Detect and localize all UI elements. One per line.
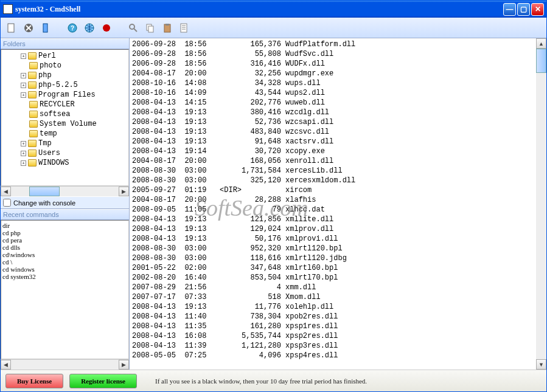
recent-command-item[interactable]: cd windows	[2, 266, 127, 273]
maximize-button[interactable]: ▢	[517, 3, 530, 16]
stop-icon[interactable]	[21, 21, 36, 35]
file-row: 2008-08-30 03:00 118,616 xmlrtl120.jdbg	[132, 253, 534, 263]
tree-item-label: Users	[38, 149, 60, 157]
tree-item-label: Program Files	[38, 91, 96, 99]
scroll-up-icon[interactable]: ▲	[536, 38, 546, 49]
edit-icon[interactable]	[177, 21, 192, 35]
help-icon[interactable]: ?	[65, 21, 80, 35]
tree-item[interactable]: +Program Files	[2, 90, 127, 100]
recent-command-item[interactable]: cd php	[2, 229, 127, 236]
expand-icon[interactable]: +	[21, 151, 26, 156]
tree-item-label: php-5.2.5	[38, 81, 78, 89]
close-button[interactable]: ✕	[531, 3, 544, 16]
cmds-hscroll[interactable]: ◀ ▶	[1, 359, 129, 370]
tree-item-label: php	[38, 71, 52, 80]
folder-icon	[28, 52, 37, 60]
tree-item[interactable]: +WINDOWS	[2, 158, 127, 168]
tree-item[interactable]: temp	[2, 129, 127, 139]
tree-item-label: Tmp	[38, 139, 52, 148]
statusbar: Buy License Register license If all you …	[1, 370, 546, 391]
app-icon	[3, 4, 13, 14]
tree-item[interactable]: photo	[2, 61, 127, 70]
console-vscroll[interactable]: ▲ ▼	[536, 38, 546, 370]
copy-icon[interactable]	[143, 21, 158, 35]
content-area: Folders +Perlphoto+php+php-5.2.5+Program…	[1, 38, 546, 370]
tree-item[interactable]: System Volume	[2, 119, 127, 129]
recent-command-item[interactable]: cd \	[2, 258, 127, 266]
svg-rect-14	[165, 24, 169, 26]
hscroll-thumb[interactable]	[29, 187, 60, 196]
folder-tree[interactable]: +Perlphoto+php+php-5.2.5+Program FilesRE…	[1, 49, 129, 186]
file-row: 2008-10-16 14:09 43,544 wups2.dll	[132, 88, 534, 98]
folder-icon	[29, 120, 38, 128]
status-text: If all you see is a black window, then y…	[155, 377, 367, 385]
expand-icon[interactable]: +	[21, 83, 26, 88]
recent-command-item[interactable]: cd dlls	[2, 244, 127, 251]
change-with-console-checkbox[interactable]	[3, 199, 11, 207]
seal-icon[interactable]	[99, 21, 114, 35]
file-row: 2008-04-13 19:13 50,176 xmlprovi.dll	[132, 234, 534, 244]
tree-item[interactable]: +Perl	[2, 51, 127, 61]
minimize-button[interactable]: —	[503, 3, 516, 16]
find-icon[interactable]	[126, 21, 141, 35]
file-row: 2005-09-27 01:19 <DIR> xircom	[132, 185, 534, 195]
expand-icon[interactable]: +	[21, 73, 26, 78]
file-row: 2008-04-13 19:13 129,024 xmlprov.dll	[132, 224, 534, 234]
tree-item[interactable]: RECYCLER	[2, 100, 127, 109]
file-row: 2008-09-05 11:05 79 xlhcc.dat	[132, 205, 534, 215]
file-row: 2008-04-13 19:13 52,736 wzcsapi.dll	[132, 117, 534, 127]
scroll-right-icon[interactable]: ▶	[119, 360, 129, 370]
svg-point-8	[103, 24, 110, 32]
window-title: system32 - CmdShell	[15, 5, 503, 14]
file-row: 2001-05-22 02:00 347,648 xmlrtl60.bpl	[132, 263, 534, 273]
scroll-left-icon[interactable]: ◀	[1, 187, 11, 196]
recent-command-item[interactable]: cd system32	[2, 273, 127, 280]
recent-commands-list[interactable]: dircd phpcd peracd dllscd\windowscd \cd …	[1, 220, 129, 359]
svg-rect-15	[181, 24, 187, 32]
folder-icon	[29, 130, 38, 137]
new-icon[interactable]	[4, 21, 19, 35]
globe-icon[interactable]	[82, 21, 97, 35]
recent-command-item[interactable]: cd pera	[2, 236, 127, 244]
tree-item[interactable]: +php	[2, 70, 127, 80]
register-license-button[interactable]: Register license	[69, 374, 137, 388]
expand-icon[interactable]: +	[21, 141, 26, 146]
bookmark-icon[interactable]	[38, 21, 53, 35]
change-with-console-label: Change with console	[13, 199, 75, 207]
expand-icon[interactable]: +	[21, 160, 26, 166]
buy-license-button[interactable]: Buy License	[5, 374, 63, 388]
sidebar: Folders +Perlphoto+php+php-5.2.5+Program…	[1, 38, 130, 370]
file-row: 2006-09-28 18:56 55,808 WudfSvc.dll	[132, 49, 534, 59]
file-row: 2006-09-28 18:56 165,376 WudfPlatform.dl…	[132, 40, 534, 49]
svg-line-10	[134, 29, 137, 32]
scroll-right-icon[interactable]: ▶	[119, 187, 129, 196]
tree-item-label: softsea	[40, 110, 70, 119]
svg-rect-0	[8, 24, 14, 32]
scroll-left-icon[interactable]: ◀	[1, 360, 11, 370]
file-row: 2008-04-13 19:13 380,416 wzcdlg.dll	[132, 108, 534, 117]
file-row: 2006-09-28 18:56 316,416 WUDFx.dll	[132, 59, 534, 69]
file-row: 2008-04-13 11:40 738,304 xpob2res.dll	[132, 312, 534, 322]
titlebar[interactable]: system32 - CmdShell — ▢ ✕	[1, 1, 546, 18]
tree-item[interactable]: +Tmp	[2, 139, 127, 148]
paste-icon[interactable]	[160, 21, 175, 35]
folders-panel: Folders +Perlphoto+php+php-5.2.5+Program…	[1, 38, 129, 196]
recent-command-item[interactable]: cd\windows	[2, 251, 127, 258]
change-with-console-row[interactable]: Change with console	[1, 196, 129, 209]
tree-hscroll[interactable]: ◀ ▶	[1, 186, 129, 196]
recent-command-item[interactable]: dir	[2, 222, 127, 229]
vscroll-thumb[interactable]	[536, 49, 546, 73]
expand-icon[interactable]: +	[21, 92, 26, 98]
tree-item[interactable]: +Users	[2, 148, 127, 158]
tree-item[interactable]: +php-5.2.5	[2, 80, 127, 90]
expand-icon[interactable]: +	[21, 53, 26, 59]
svg-rect-12	[148, 26, 153, 32]
tree-item[interactable]: softsea	[2, 109, 127, 119]
folders-title: Folders	[1, 38, 129, 49]
folder-icon	[28, 72, 37, 79]
file-row: 2008-04-13 19:14 30,720 xcopy.exe	[132, 146, 534, 156]
svg-text:?: ?	[71, 25, 74, 32]
console-output[interactable]: 2006-09-28 18:56 165,376 WudfPlatform.dl…	[130, 38, 536, 370]
svg-point-9	[130, 24, 134, 29]
scroll-down-icon[interactable]: ▼	[536, 359, 546, 370]
